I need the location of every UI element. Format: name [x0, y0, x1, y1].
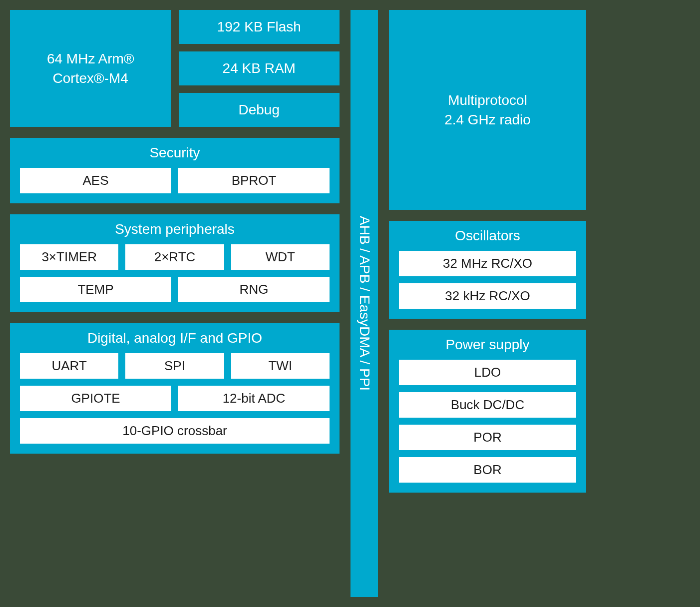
- radio-line1: Multiprotocol: [448, 90, 527, 110]
- io-title: Digital, analog I/F and GPIO: [20, 330, 330, 346]
- block-diagram: 64 MHz Arm® Cortex®-M4 192 KB Flash 24 K…: [10, 10, 690, 597]
- radio-block: Multiprotocol 2.4 GHz radio: [389, 10, 586, 210]
- periph-temp: TEMP: [20, 277, 171, 302]
- bus-block: AHB / APB / EasyDMA / PPI: [350, 10, 378, 597]
- io-gpiote: GPIOTE: [20, 386, 171, 411]
- io-uart: UART: [20, 353, 118, 379]
- system-peripherals-group: System peripherals 3×TIMER 2×RTC WDT TEM…: [10, 214, 340, 312]
- cpu-line2: Cortex®-M4: [53, 68, 128, 88]
- osc-32mhz: 32 MHz RC/XO: [399, 251, 576, 276]
- debug-block: Debug: [179, 93, 340, 127]
- security-bprot: BPROT: [178, 168, 330, 193]
- sysperiph-title: System peripherals: [20, 221, 330, 237]
- security-aes: AES: [20, 168, 171, 193]
- power-ldo: LDO: [399, 360, 576, 385]
- power-group: Power supply LDO Buck DC/DC POR BOR: [389, 330, 586, 493]
- power-title: Power supply: [399, 337, 576, 353]
- power-buck: Buck DC/DC: [399, 392, 576, 418]
- memory-stack: 192 KB Flash 24 KB RAM Debug: [179, 10, 340, 127]
- oscillators-group: Oscillators 32 MHz RC/XO 32 kHz RC/XO: [389, 221, 586, 319]
- periph-rtc: 2×RTC: [125, 244, 224, 270]
- io-group: Digital, analog I/F and GPIO UART SPI TW…: [10, 323, 340, 454]
- left-column: 64 MHz Arm® Cortex®-M4 192 KB Flash 24 K…: [10, 10, 340, 454]
- periph-wdt: WDT: [231, 244, 330, 270]
- periph-timer: 3×TIMER: [20, 244, 118, 270]
- io-adc: 12-bit ADC: [178, 386, 330, 411]
- power-por: POR: [399, 425, 576, 450]
- cpu-memory-row: 64 MHz Arm® Cortex®-M4 192 KB Flash 24 K…: [10, 10, 340, 127]
- periph-rng: RNG: [178, 277, 330, 302]
- io-spi: SPI: [125, 353, 224, 379]
- ram-block: 24 KB RAM: [179, 51, 340, 85]
- io-twi: TWI: [231, 353, 330, 379]
- oscillators-title: Oscillators: [399, 228, 576, 244]
- right-column: Multiprotocol 2.4 GHz radio Oscillators …: [389, 10, 586, 493]
- power-bor: BOR: [399, 457, 576, 483]
- osc-32khz: 32 kHz RC/XO: [399, 283, 576, 309]
- flash-block: 192 KB Flash: [179, 10, 340, 44]
- cpu-block: 64 MHz Arm® Cortex®-M4: [10, 10, 171, 127]
- cpu-line1: 64 MHz Arm®: [47, 49, 134, 68]
- io-crossbar: 10-GPIO crossbar: [20, 418, 330, 444]
- radio-line2: 2.4 GHz radio: [444, 110, 531, 129]
- security-group: Security AES BPROT: [10, 138, 340, 203]
- security-title: Security: [20, 145, 330, 161]
